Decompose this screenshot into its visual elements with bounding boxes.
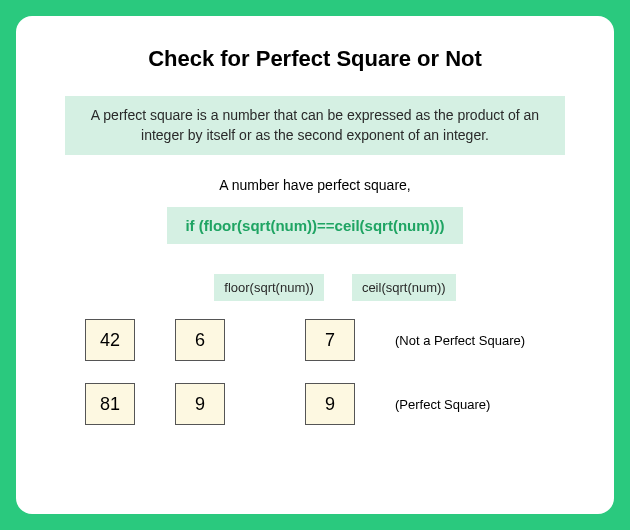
main-card: Check for Perfect Square or Not A perfec… xyxy=(16,16,614,514)
examples-container: 42 6 7 (Not a Perfect Square) 81 9 9 (Pe… xyxy=(65,319,565,425)
ceil-box: 7 xyxy=(305,319,355,361)
ceil-box: 9 xyxy=(305,383,355,425)
floor-box: 9 xyxy=(175,383,225,425)
floor-box: 6 xyxy=(175,319,225,361)
floor-label: floor(sqrt(num)) xyxy=(214,274,324,301)
page-title: Check for Perfect Square or Not xyxy=(148,46,482,72)
num-box: 81 xyxy=(85,383,135,425)
definition-box: A perfect square is a number that can be… xyxy=(65,96,565,155)
subtitle-text: A number have perfect square, xyxy=(219,177,410,193)
example-row: 42 6 7 (Not a Perfect Square) xyxy=(65,319,565,361)
column-labels: floor(sqrt(num)) ceil(sqrt(num)) xyxy=(214,274,455,301)
ceil-label: ceil(sqrt(num)) xyxy=(352,274,456,301)
num-box: 42 xyxy=(85,319,135,361)
example-row: 81 9 9 (Perfect Square) xyxy=(65,383,565,425)
result-text: (Not a Perfect Square) xyxy=(395,333,525,348)
result-text: (Perfect Square) xyxy=(395,397,490,412)
condition-code: if (floor(sqrt(num))==ceil(sqrt(num))) xyxy=(167,207,462,244)
